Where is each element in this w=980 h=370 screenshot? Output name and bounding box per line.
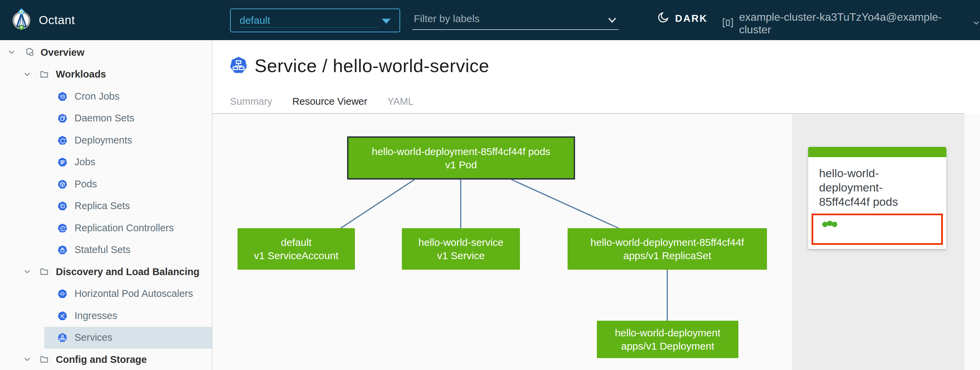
- tab-bar: Summary Resource Viewer YAML: [230, 96, 434, 110]
- sidebar-item-pods[interactable]: Pods: [0, 173, 212, 195]
- graph-node-replicaset[interactable]: hello-world-deployment-85ff4cf44f apps/v…: [568, 228, 767, 270]
- tab-yaml[interactable]: YAML: [387, 96, 414, 110]
- sidebar-item-ingresses[interactable]: Ingresses: [0, 305, 212, 327]
- sidebar-item-daemon-sets[interactable]: Daemon Sets: [0, 108, 212, 130]
- graph-node-pod[interactable]: hello-world-deployment-85ff4cf44f pods v…: [347, 137, 575, 179]
- node-kind: v1 ServiceAccount: [237, 249, 355, 262]
- sidebar-item-horizontal-pod-autoscalers[interactable]: Horizontal Pod Autoscalers: [0, 283, 212, 305]
- chevron-down-icon: [972, 19, 980, 28]
- tab-summary[interactable]: Summary: [230, 96, 272, 110]
- sidebar-item-deployments[interactable]: Deployments: [0, 129, 212, 151]
- node-name: default: [237, 236, 355, 249]
- replicasets-icon: [58, 201, 67, 211]
- jobs-icon: [58, 157, 67, 167]
- node-name: hello-world-deployment: [597, 326, 738, 340]
- pods-icon: [58, 179, 67, 189]
- octant-logo-icon: [10, 8, 33, 32]
- selected-resource-card[interactable]: hello-world-deployment-85ff4cf44f pods: [808, 147, 946, 249]
- sidebar-item-label: Overview: [40, 47, 84, 58]
- sidebar-item-label: Workloads: [56, 69, 106, 80]
- brand[interactable]: Octant: [10, 8, 112, 32]
- main-content: Service / hello-world-service Summary Re…: [212, 40, 980, 370]
- sidebar-item-label: Jobs: [75, 156, 95, 168]
- services-icon: [58, 333, 67, 342]
- resource-graph: hello-world-deployment-85ff4cf44f pods v…: [212, 114, 980, 370]
- namespace-value: default: [240, 14, 270, 26]
- chevron-down-icon[interactable]: [23, 356, 31, 364]
- node-name: hello-world-deployment-85ff4cf44f: [568, 236, 767, 249]
- sidebar-item-label: Ingresses: [75, 310, 118, 321]
- ingresses-icon: [58, 311, 67, 320]
- daemonsets-icon: [58, 114, 67, 123]
- statefulsets-icon: [58, 245, 67, 254]
- sidebar-item-workloads[interactable]: Workloads: [0, 64, 212, 86]
- app-header: Octant default DARK example-cluster-ka3T…: [0, 0, 980, 40]
- sidebar-item-label: Replication Controllers: [75, 222, 174, 233]
- sidebar-item-label: Cron Jobs: [75, 91, 119, 102]
- cronjobs-icon: [58, 92, 67, 101]
- sidebar-item-stateful-sets[interactable]: Stateful Sets: [0, 239, 212, 261]
- pod-status-box: [811, 214, 943, 245]
- cluster-icon: [721, 16, 734, 30]
- page-title: Service / hello-world-service: [255, 55, 489, 76]
- node-name: hello-world-service: [402, 236, 520, 249]
- sidebar-item-overview[interactable]: Overview: [0, 41, 212, 64]
- sidebar-item-label: Horizontal Pod Autoscalers: [75, 288, 193, 299]
- pod-ok-dot: [832, 221, 837, 227]
- sidebar-item-services[interactable]: Services: [0, 327, 212, 349]
- cluster-selector[interactable]: example-cluster-ka3TuTzYo4a@example-clus…: [721, 11, 980, 36]
- sidebar-item-replication-controllers[interactable]: Replication Controllers: [0, 217, 212, 239]
- service-icon: [230, 56, 247, 75]
- sidebar-item-config-and-storage[interactable]: Config and Storage: [0, 349, 212, 370]
- sidebar-item-label: Discovery and Load Balancing: [56, 266, 199, 278]
- tab-resource-viewer[interactable]: Resource Viewer: [292, 96, 367, 110]
- graph-node-service[interactable]: hello-world-service v1 Service: [402, 228, 520, 270]
- moon-icon: [657, 11, 670, 25]
- node-name: hello-world-deployment-85ff4cf44f pods: [348, 145, 574, 158]
- label-filter: [412, 10, 619, 30]
- node-kind: v1 Pod: [348, 158, 574, 172]
- folder-icon: [40, 354, 49, 365]
- sidebar-item-label: Services: [75, 332, 112, 343]
- sidebar-item-label: Deployments: [75, 135, 132, 146]
- node-kind: apps/v1 Deployment: [597, 340, 738, 353]
- chevron-down-icon[interactable]: [23, 268, 31, 276]
- sidebar-item-jobs[interactable]: Jobs: [0, 151, 212, 173]
- resource-header: Service / hello-world-service: [230, 55, 489, 76]
- overview-icon: [24, 47, 34, 58]
- pod-ok-dot: [822, 221, 828, 227]
- folder-icon: [40, 266, 49, 277]
- chevron-down-icon[interactable]: [23, 70, 31, 79]
- app-title: Octant: [39, 13, 75, 27]
- card-title: hello-world-deployment-85ff4cf44f pods: [808, 157, 943, 209]
- sidebar-item-label: Replica Sets: [75, 200, 130, 211]
- replication-controllers-icon: [58, 224, 67, 233]
- deployments-icon: [58, 136, 67, 145]
- folder-icon: [40, 69, 49, 80]
- chevron-down-icon[interactable]: [8, 48, 16, 56]
- card-status-bar: [808, 147, 946, 157]
- cluster-name: example-cluster-ka3TuTzYo4a@example-clus…: [739, 11, 968, 36]
- graph-node-deployment[interactable]: hello-world-deployment apps/v1 Deploymen…: [597, 321, 738, 358]
- sidebar-item-cron-jobs[interactable]: Cron Jobs: [0, 85, 212, 108]
- navigation-sidebar: Overview Workloads Cron Jobs Da: [0, 40, 212, 370]
- pod-ok-dot: [827, 221, 833, 226]
- caret-down-icon: [382, 19, 391, 24]
- sidebar-item-discovery-and-load-balancing[interactable]: Discovery and Load Balancing: [0, 261, 212, 283]
- detail-panel: hello-world-deployment-85ff4cf44f pods: [792, 114, 964, 370]
- namespace-select[interactable]: default: [230, 8, 400, 32]
- filter-by-labels-input[interactable]: [412, 10, 619, 30]
- sidebar-item-label: Config and Storage: [56, 354, 147, 365]
- sidebar-item-label: Daemon Sets: [75, 113, 134, 124]
- sidebar-item-label: Stateful Sets: [75, 244, 130, 256]
- hpa-icon: [58, 289, 67, 298]
- node-kind: apps/v1 ReplicaSet: [568, 249, 767, 262]
- chevron-down-icon[interactable]: [606, 14, 618, 27]
- theme-label: DARK: [675, 13, 708, 24]
- sidebar-item-replica-sets[interactable]: Replica Sets: [0, 195, 212, 217]
- node-kind: v1 Service: [402, 249, 520, 262]
- graph-node-serviceaccount[interactable]: default v1 ServiceAccount: [237, 228, 355, 270]
- sidebar-item-label: Pods: [75, 179, 97, 190]
- dark-mode-toggle[interactable]: DARK: [657, 11, 708, 25]
